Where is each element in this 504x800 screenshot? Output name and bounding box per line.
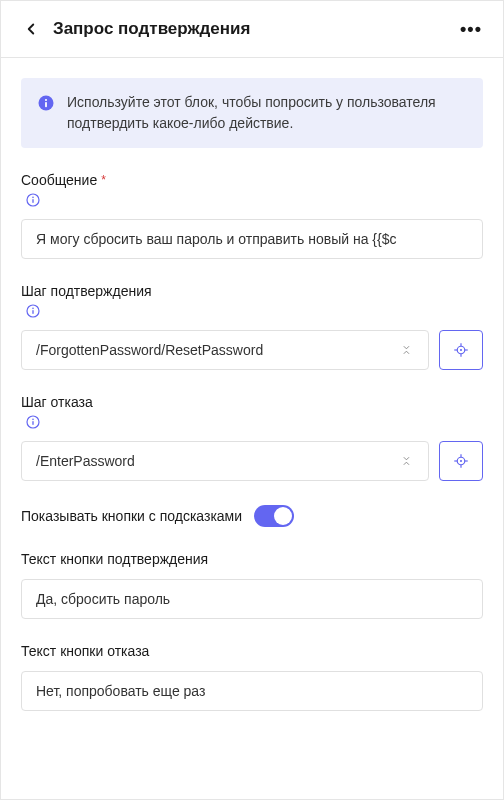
message-field: Сообщение * bbox=[21, 172, 483, 259]
deny-button-text-input[interactable] bbox=[21, 671, 483, 711]
svg-point-1 bbox=[45, 99, 47, 101]
confirm-button-text-label: Текст кнопки подтверждения bbox=[21, 551, 208, 567]
confirm-button-text-input[interactable] bbox=[21, 579, 483, 619]
confirm-step-row: /ForgottenPassword/ResetPassword bbox=[21, 330, 483, 370]
panel-title: Запрос подтверждения bbox=[53, 19, 250, 39]
more-menu-button[interactable]: ••• bbox=[459, 17, 483, 41]
select-caret-icon bbox=[400, 343, 414, 357]
show-hints-label: Показывать кнопки с подсказками bbox=[21, 508, 242, 524]
confirm-step-field: Шаг подтверждения /ForgottenPassword/Res… bbox=[21, 283, 483, 370]
back-button[interactable] bbox=[21, 19, 41, 39]
toggle-knob bbox=[274, 507, 292, 525]
svg-rect-17 bbox=[32, 421, 33, 425]
svg-rect-5 bbox=[32, 199, 33, 203]
panel-content: Используйте этот блок, чтобы попросить у… bbox=[1, 58, 503, 799]
select-caret-icon bbox=[400, 454, 414, 468]
svg-point-19 bbox=[460, 460, 462, 462]
svg-point-16 bbox=[32, 419, 34, 421]
deny-step-target-button[interactable] bbox=[439, 441, 483, 481]
svg-point-4 bbox=[32, 197, 34, 199]
show-hints-toggle[interactable] bbox=[254, 505, 294, 527]
crosshair-icon bbox=[452, 452, 470, 470]
confirm-step-label-row: Шаг подтверждения bbox=[21, 283, 483, 299]
confirm-step-target-button[interactable] bbox=[439, 330, 483, 370]
svg-rect-8 bbox=[32, 310, 33, 314]
confirm-step-label: Шаг подтверждения bbox=[21, 283, 152, 299]
show-hints-row: Показывать кнопки с подсказками bbox=[21, 505, 483, 527]
info-icon bbox=[37, 94, 55, 112]
info-banner: Используйте этот блок, чтобы попросить у… bbox=[21, 78, 483, 148]
ellipsis-icon: ••• bbox=[460, 19, 482, 40]
deny-button-text-label: Текст кнопки отказа bbox=[21, 643, 149, 659]
help-icon[interactable] bbox=[25, 303, 41, 319]
help-icon[interactable] bbox=[25, 414, 41, 430]
help-icon[interactable] bbox=[25, 192, 41, 208]
confirmation-request-panel: Запрос подтверждения ••• Используйте это… bbox=[0, 0, 504, 800]
message-input[interactable] bbox=[21, 219, 483, 259]
svg-rect-2 bbox=[45, 102, 47, 107]
deny-step-row: /EnterPassword bbox=[21, 441, 483, 481]
deny-step-label-row: Шаг отказа bbox=[21, 394, 483, 410]
svg-point-7 bbox=[32, 308, 34, 310]
deny-step-select[interactable]: /EnterPassword bbox=[21, 441, 429, 481]
confirm-button-text-label-row: Текст кнопки подтверждения bbox=[21, 551, 483, 567]
required-mark: * bbox=[101, 173, 106, 187]
message-label-row: Сообщение * bbox=[21, 172, 483, 188]
header-left: Запрос подтверждения bbox=[21, 19, 250, 39]
deny-button-text-field: Текст кнопки отказа bbox=[21, 643, 483, 711]
message-label: Сообщение bbox=[21, 172, 97, 188]
deny-step-field: Шаг отказа /EnterPassword bbox=[21, 394, 483, 481]
confirm-step-select[interactable]: /ForgottenPassword/ResetPassword bbox=[21, 330, 429, 370]
confirm-button-text-field: Текст кнопки подтверждения bbox=[21, 551, 483, 619]
deny-step-value: /EnterPassword bbox=[36, 453, 400, 469]
panel-header: Запрос подтверждения ••• bbox=[1, 1, 503, 58]
svg-point-10 bbox=[460, 349, 462, 351]
crosshair-icon bbox=[452, 341, 470, 359]
confirm-step-value: /ForgottenPassword/ResetPassword bbox=[36, 342, 400, 358]
deny-button-text-label-row: Текст кнопки отказа bbox=[21, 643, 483, 659]
deny-step-label: Шаг отказа bbox=[21, 394, 93, 410]
chevron-left-icon bbox=[22, 20, 40, 38]
info-text: Используйте этот блок, чтобы попросить у… bbox=[67, 92, 467, 134]
